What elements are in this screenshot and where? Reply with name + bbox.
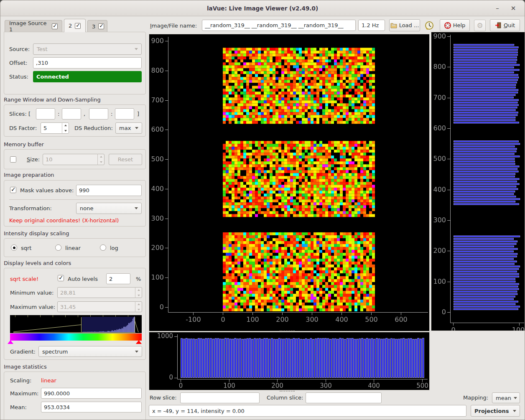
offset-label: Offset:	[9, 60, 27, 66]
chevron-down-icon	[135, 207, 138, 209]
splitter-handle[interactable]	[280, 331, 295, 331]
slice-end2-input[interactable]	[115, 108, 134, 120]
tab-label: Image Source 1	[9, 20, 49, 33]
column-projection-canvas[interactable]	[149, 332, 429, 390]
splitter-handle[interactable]	[280, 391, 295, 392]
tab1-checkbox[interactable]	[52, 23, 58, 29]
gradient-bar[interactable]	[10, 333, 142, 341]
chevron-down-icon	[135, 48, 138, 50]
source-select[interactable]: Test	[33, 43, 142, 55]
slice-end1-input[interactable]	[62, 108, 81, 120]
chevron-down-icon	[135, 351, 138, 353]
size-label: Size:	[27, 156, 40, 163]
coordinates-note: Keep original coordinates! (X-horizontal…	[9, 217, 119, 224]
ds-reduction-label: DS Reduction:	[74, 125, 113, 131]
slice-start2-input[interactable]	[89, 108, 108, 120]
level-max-marker[interactable]	[136, 340, 142, 344]
row-slice-input[interactable]	[180, 392, 260, 403]
scaling-label: Scaling:	[10, 377, 31, 384]
tab-image-source-3[interactable]: 3	[87, 20, 107, 32]
source-label: Source:	[9, 46, 30, 52]
cursor-position-field: x = -49, y = 114, intensity = 0.00	[149, 405, 466, 417]
memory-buffer-checkbox[interactable]	[10, 156, 16, 163]
main-image-canvas[interactable]	[149, 34, 429, 331]
slice-start1-input[interactable]	[36, 108, 55, 120]
tab2-checkbox[interactable]	[75, 23, 81, 29]
spin-down-icon[interactable]	[135, 307, 142, 312]
maximum-value-field[interactable]	[41, 388, 142, 399]
settings-button[interactable]: ⚙	[474, 20, 486, 31]
column-projection-plot[interactable]	[149, 332, 430, 390]
reset-button[interactable]: Reset	[109, 154, 142, 165]
lavue-window: laVue: Live Image Viewer (v2.49.0) – ✕ I…	[0, 0, 525, 420]
max-value-spinner[interactable]	[57, 301, 142, 312]
clock-icon	[425, 21, 434, 30]
spin-up-icon[interactable]	[135, 301, 142, 307]
tab3-checkbox[interactable]	[98, 23, 104, 29]
filename-input[interactable]	[202, 20, 356, 31]
mapping-value: mean	[496, 395, 511, 401]
load-button-label: Load ...	[399, 22, 419, 28]
chevron-down-icon	[514, 397, 517, 399]
levels-section-title: Display levels and colors	[4, 260, 71, 266]
auto-levels-input[interactable]	[106, 273, 130, 284]
auto-levels-label: Auto levels	[68, 276, 98, 282]
column-slice-input[interactable]	[306, 392, 382, 403]
title-bar: laVue: Live Image Viewer (v2.49.0) – ✕	[0, 0, 525, 16]
spin-up-icon[interactable]	[135, 287, 142, 293]
spin-down-icon[interactable]	[98, 160, 104, 165]
gradient-value: spectrum	[42, 349, 68, 355]
status-label: Status:	[9, 74, 28, 80]
help-button[interactable]: Help	[440, 19, 470, 31]
level-min-marker[interactable]	[8, 340, 13, 344]
stats-group: Scaling: linear Maximum: Mean:	[4, 372, 146, 420]
mapping-label: Mapping:	[463, 395, 488, 401]
mask-values-checkbox[interactable]	[10, 187, 16, 193]
lifebuoy-icon	[444, 22, 451, 29]
status-badge: Connected	[33, 71, 142, 82]
mask-value-input[interactable]	[76, 185, 142, 196]
levels-histogram[interactable]	[10, 315, 142, 333]
tab-label: 2	[69, 23, 72, 29]
main-image-plot[interactable]	[149, 34, 430, 331]
minimize-button[interactable]: –	[492, 3, 503, 13]
stats-section-title: Image statistics	[4, 364, 47, 370]
row-projection-canvas[interactable]	[431, 32, 525, 331]
spin-up-icon[interactable]	[62, 122, 69, 128]
slices-label: Slices: [	[9, 111, 31, 117]
load-button[interactable]: Load ...	[389, 19, 420, 31]
spin-up-icon[interactable]	[98, 154, 104, 160]
mean-value-field[interactable]	[41, 402, 142, 412]
gear-icon: ⚙	[477, 21, 483, 30]
gradient-select[interactable]: spectrum	[38, 346, 142, 357]
close-button[interactable]: ✕	[508, 3, 519, 13]
ds-reduction-value: max	[119, 125, 131, 131]
projections-label: Projections	[474, 408, 509, 414]
timer-button[interactable]	[423, 20, 435, 31]
spin-down-icon[interactable]	[62, 128, 69, 134]
projections-select[interactable]: Projections	[471, 405, 520, 417]
slices-bracket: ]	[137, 111, 139, 117]
source-group: Source: Test Offset: Status: Connected	[4, 32, 146, 94]
mapping-select[interactable]: mean	[492, 392, 520, 403]
tab-image-source-1[interactable]: Image Source 1	[5, 20, 62, 32]
row-projection-plot[interactable]	[431, 32, 525, 331]
scale-note: sqrt scale!	[10, 276, 38, 282]
tab-image-source-2[interactable]: 2	[64, 19, 86, 32]
linear-radio[interactable]	[55, 244, 61, 251]
min-value-spinner[interactable]	[57, 287, 142, 298]
source-value: Test	[37, 46, 48, 52]
quit-button[interactable]: Quit	[490, 19, 520, 31]
buffer-size-spinner[interactable]	[43, 154, 104, 165]
memory-section-title: Memory buffer	[4, 141, 44, 148]
prep-group: Mask values above: Transformation: none …	[4, 180, 146, 227]
slices-comma: ,	[84, 111, 85, 117]
transformation-select[interactable]: none	[76, 203, 142, 214]
offset-input[interactable]	[33, 57, 142, 69]
divider	[9, 199, 142, 200]
sqrt-radio[interactable]	[11, 244, 17, 251]
ds-reduction-select[interactable]: max	[115, 122, 142, 134]
spin-down-icon[interactable]	[135, 293, 142, 298]
auto-levels-checkbox[interactable]	[58, 275, 64, 281]
log-radio[interactable]	[100, 244, 106, 251]
